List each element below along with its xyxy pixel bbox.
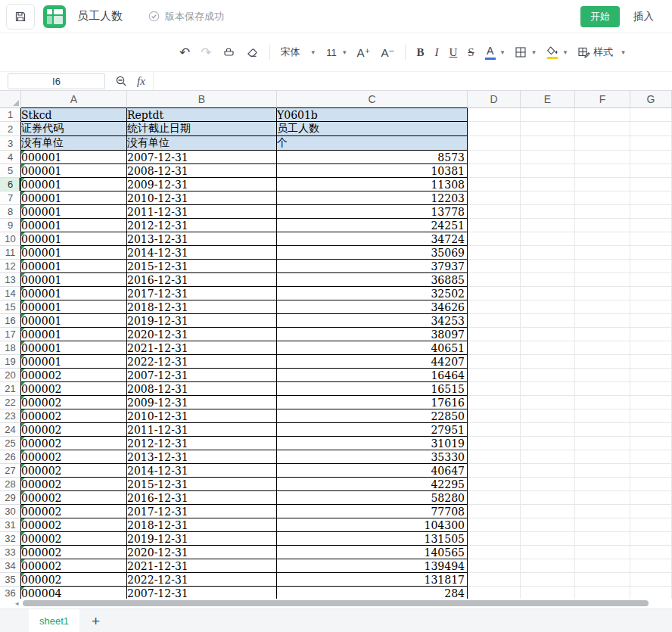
cell[interactable]	[521, 573, 575, 587]
cell[interactable]	[630, 122, 672, 136]
cell[interactable]	[630, 546, 672, 559]
cell[interactable]	[521, 587, 575, 599]
cell[interactable]	[521, 491, 575, 505]
cell[interactable]: 000001	[21, 151, 127, 164]
cell[interactable]	[575, 423, 630, 437]
cell[interactable]	[575, 355, 630, 369]
cell[interactable]: 2014-12-31	[127, 246, 277, 260]
cell[interactable]	[575, 478, 630, 491]
chevron-down-icon[interactable]: ▾	[564, 49, 568, 56]
cell[interactable]	[630, 341, 672, 355]
cell[interactable]	[630, 518, 672, 532]
cell[interactable]: 2008-12-31	[127, 164, 277, 178]
cell[interactable]	[630, 396, 672, 409]
cell[interactable]	[521, 518, 575, 532]
cell[interactable]: 2018-12-31	[127, 518, 277, 532]
cell[interactable]	[630, 328, 672, 341]
horizontal-scrollbar[interactable]: ◂	[0, 599, 672, 609]
cell[interactable]	[521, 122, 575, 136]
cell[interactable]	[630, 491, 672, 505]
cell[interactable]	[630, 478, 672, 491]
cell[interactable]: 000002	[21, 396, 127, 409]
row-header-1[interactable]: 1	[0, 108, 21, 122]
cell[interactable]	[575, 219, 630, 232]
cell[interactable]	[521, 164, 575, 178]
column-header-B[interactable]: B	[127, 91, 277, 108]
italic-button[interactable]: I	[434, 46, 438, 59]
row-header-14[interactable]: 14	[0, 287, 21, 300]
cell[interactable]	[468, 205, 521, 219]
cell[interactable]: 13778	[277, 205, 468, 219]
cell[interactable]	[575, 559, 630, 573]
cell[interactable]: 2019-12-31	[127, 532, 277, 546]
row-header-34[interactable]: 34	[0, 559, 21, 573]
cell[interactable]: 2013-12-31	[127, 232, 277, 246]
cell[interactable]: 77708	[277, 505, 468, 518]
cell[interactable]: 2016-12-31	[127, 491, 277, 505]
row-header-2[interactable]: 2	[0, 122, 21, 136]
cell[interactable]: 131505	[277, 532, 468, 546]
cell[interactable]: 35330	[277, 450, 468, 464]
cell[interactable]: 2015-12-31	[127, 260, 277, 273]
font-color-button[interactable]: A ▾	[485, 45, 505, 60]
cell[interactable]	[575, 409, 630, 423]
cell[interactable]: 16515	[277, 382, 468, 396]
cell[interactable]	[468, 505, 521, 518]
cell[interactable]: 000002	[21, 478, 127, 491]
row-header-8[interactable]: 8	[0, 205, 21, 219]
cell[interactable]: 000001	[21, 246, 127, 260]
cell[interactable]	[575, 587, 630, 599]
row-header-23[interactable]: 23	[0, 409, 21, 423]
cell[interactable]	[521, 191, 575, 205]
cell[interactable]	[630, 287, 672, 300]
cell[interactable]	[468, 382, 521, 396]
cell[interactable]	[521, 151, 575, 164]
cell[interactable]	[521, 478, 575, 491]
cell[interactable]	[468, 355, 521, 369]
cell-style-button[interactable]: 样式 ▾	[577, 45, 625, 59]
font-name-select[interactable]: 宋体 ▾	[281, 45, 316, 59]
increase-font-button[interactable]: A⁺	[357, 47, 371, 58]
cell[interactable]: 000001	[21, 219, 127, 232]
cell[interactable]: 34626	[277, 300, 468, 314]
strikethrough-button[interactable]: S	[468, 46, 474, 59]
chevron-down-icon[interactable]: ▾	[501, 49, 505, 56]
cell[interactable]: 34253	[277, 314, 468, 328]
cell[interactable]: 34724	[277, 232, 468, 246]
cell[interactable]	[468, 136, 521, 151]
cell[interactable]	[575, 300, 630, 314]
row-header-27[interactable]: 27	[0, 464, 21, 478]
cell[interactable]: 2020-12-31	[127, 328, 277, 341]
cell[interactable]: 000001	[21, 191, 127, 205]
cell[interactable]	[630, 532, 672, 546]
cell[interactable]	[630, 151, 672, 164]
bold-button[interactable]: B	[416, 46, 424, 59]
cell[interactable]: 000002	[21, 437, 127, 450]
cell[interactable]	[468, 108, 521, 122]
cell[interactable]: 000002	[21, 464, 127, 478]
cell[interactable]	[575, 437, 630, 450]
cell[interactable]	[575, 369, 630, 382]
underline-button[interactable]: U	[449, 46, 457, 59]
cell[interactable]: 000004	[21, 587, 127, 599]
cell[interactable]	[575, 518, 630, 532]
cell[interactable]: 2017-12-31	[127, 287, 277, 300]
cell[interactable]	[468, 328, 521, 341]
row-header-24[interactable]: 24	[0, 423, 21, 437]
cell[interactable]: 000002	[21, 573, 127, 587]
cell[interactable]	[630, 587, 672, 599]
row-header-28[interactable]: 28	[0, 478, 21, 491]
cell[interactable]	[630, 136, 672, 151]
row-header-31[interactable]: 31	[0, 518, 21, 532]
cell[interactable]: 员工人数	[277, 122, 468, 136]
cell[interactable]	[468, 491, 521, 505]
cell[interactable]: 000002	[21, 409, 127, 423]
cell[interactable]: 284	[277, 587, 468, 599]
cell[interactable]	[575, 573, 630, 587]
cell[interactable]	[468, 573, 521, 587]
cell[interactable]	[575, 396, 630, 409]
row-header-30[interactable]: 30	[0, 505, 21, 518]
cell[interactable]	[575, 191, 630, 205]
cell[interactable]: 000002	[21, 559, 127, 573]
cell[interactable]	[521, 328, 575, 341]
